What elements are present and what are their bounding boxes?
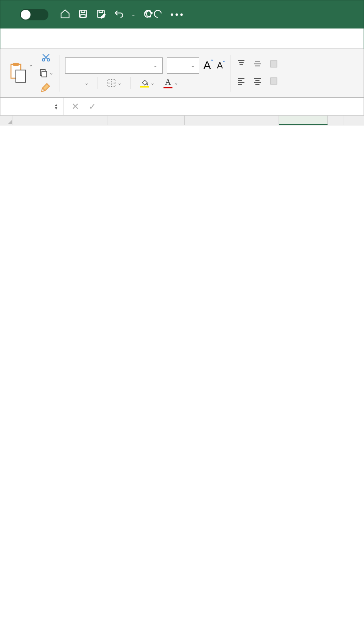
copy-icon[interactable]: ⌄ <box>39 68 53 78</box>
col-header-d[interactable] <box>185 116 279 125</box>
save-icon[interactable] <box>78 9 88 21</box>
align-right-icon[interactable] <box>269 77 278 87</box>
svg-rect-4 <box>99 10 103 12</box>
col-header-c[interactable] <box>156 116 185 125</box>
more-icon[interactable]: ••• <box>170 9 185 20</box>
home-icon[interactable] <box>60 9 70 21</box>
ribbon-tabs <box>0 28 364 49</box>
svg-rect-21 <box>270 61 277 67</box>
undo-icon[interactable] <box>113 9 124 21</box>
paste-dropdown-icon[interactable]: ⌄ <box>29 62 33 68</box>
col-header-e[interactable] <box>279 116 328 125</box>
redo-simple-icon[interactable] <box>153 9 163 21</box>
align-left-icon[interactable] <box>237 77 246 87</box>
decrease-font-icon[interactable]: Aˇ <box>217 60 225 71</box>
autosave-toggle[interactable] <box>20 9 48 20</box>
save-edit-icon[interactable] <box>96 9 106 21</box>
svg-rect-30 <box>270 78 277 84</box>
svg-rect-1 <box>81 10 85 12</box>
fill-color-button[interactable]: ⌄ <box>140 79 155 88</box>
align-middle-icon[interactable] <box>253 59 262 70</box>
chevron-down-icon: ⌄ <box>191 63 195 68</box>
align-top-icon[interactable] <box>237 59 246 70</box>
redo-icon[interactable] <box>143 9 153 21</box>
format-painter-icon[interactable] <box>41 82 51 94</box>
enter-icon[interactable]: ✓ <box>89 101 96 112</box>
formula-bar: ▲▼ ✕ ✓ <box>0 98 364 116</box>
paste-button[interactable]: ⌄ <box>9 62 33 85</box>
svg-rect-11 <box>42 71 47 77</box>
align-bottom-icon[interactable] <box>269 59 278 70</box>
select-all-corner[interactable] <box>0 116 13 125</box>
svg-rect-6 <box>13 63 19 66</box>
underline-button[interactable]: ⌄ <box>83 80 89 86</box>
chevron-down-icon: ⌄ <box>153 63 157 68</box>
align-center-icon[interactable] <box>253 77 262 87</box>
undo-dropdown-icon[interactable]: ⌄ <box>131 12 135 18</box>
cut-icon[interactable] <box>41 53 51 64</box>
toggle-knob <box>21 10 31 20</box>
col-header-f[interactable] <box>328 116 344 125</box>
font-size-select[interactable]: ⌄ <box>167 57 199 74</box>
font-color-button[interactable]: A⌄ <box>163 77 178 88</box>
svg-rect-2 <box>81 14 85 18</box>
title-bar: ⌄ ••• <box>0 0 364 28</box>
formula-input[interactable] <box>114 98 364 115</box>
col-header-b[interactable] <box>107 116 156 125</box>
cancel-icon[interactable]: ✕ <box>72 101 79 112</box>
svg-rect-7 <box>16 70 26 82</box>
borders-button[interactable]: ⌄ <box>107 79 122 88</box>
clipboard-icon <box>9 62 27 84</box>
column-headers <box>0 116 364 125</box>
col-header-a[interactable] <box>13 116 107 125</box>
name-box[interactable]: ▲▼ <box>0 98 63 116</box>
ribbon-content: ⌄ ⌄ ⌄ ⌄ Aˆ Aˇ ⌄ ⌄ <box>0 49 364 98</box>
font-name-select[interactable]: ⌄ <box>65 57 163 74</box>
alignment-group <box>237 59 278 87</box>
increase-font-icon[interactable]: Aˆ <box>203 59 213 72</box>
